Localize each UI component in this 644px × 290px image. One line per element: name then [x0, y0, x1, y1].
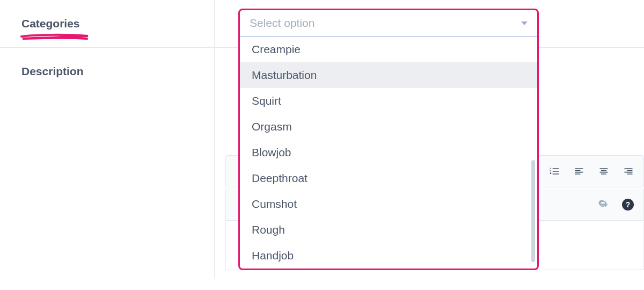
description-label: Description [0, 48, 215, 279]
description-label-text: Description [21, 65, 84, 77]
select-option[interactable]: Rough [240, 217, 537, 243]
select-placeholder: Select option [250, 17, 314, 30]
select-option[interactable]: Creampie [240, 37, 537, 62]
align-left-icon[interactable] [574, 166, 584, 177]
categories-label-text: Categories [21, 17, 80, 30]
select-option[interactable]: Masturbation [240, 62, 537, 88]
select-option[interactable]: Handjob [240, 243, 537, 269]
select-option[interactable]: Blowjob [240, 140, 537, 165]
highlight-underline-icon [20, 33, 89, 41]
select-header[interactable]: Select option [240, 10, 537, 37]
select-option[interactable]: Cumshot [240, 191, 537, 217]
scrollbar-thumb[interactable] [531, 160, 535, 262]
numbered-list-icon[interactable] [549, 166, 560, 177]
categories-select[interactable]: Select option CreampieMasturbationSquirt… [238, 9, 539, 270]
select-option[interactable]: Squirt [240, 88, 537, 114]
redo-icon[interactable] [597, 199, 608, 210]
help-icon[interactable]: ? [622, 199, 634, 211]
chevron-down-icon [521, 21, 528, 25]
select-option[interactable]: Deepthroat [240, 165, 537, 191]
select-option-list: CreampieMasturbationSquirtOrgasmBlowjobD… [240, 37, 537, 269]
categories-label: Categories [0, 0, 215, 47]
align-center-icon[interactable] [598, 166, 609, 177]
select-option[interactable]: Orgasm [240, 114, 537, 140]
align-right-icon[interactable] [623, 166, 634, 177]
